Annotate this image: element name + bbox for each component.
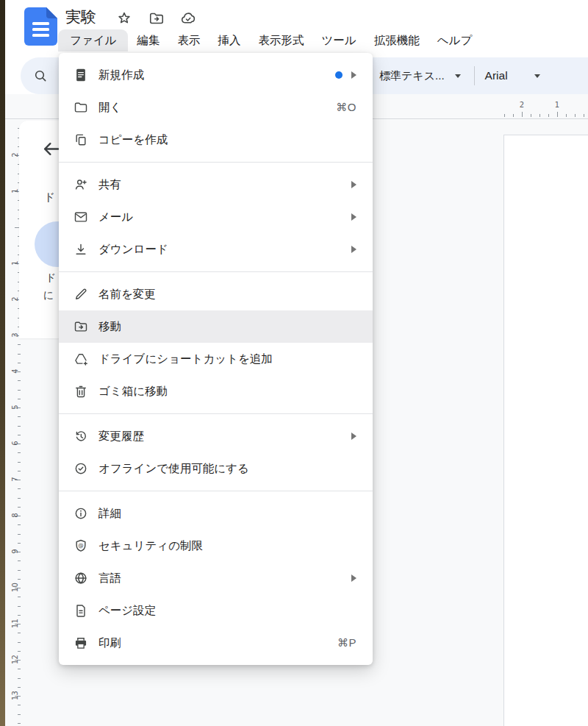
ruler-tick [18, 570, 21, 571]
menu-item-version-history[interactable]: 変更履歴 [59, 420, 373, 452]
ruler-tick [18, 723, 21, 724]
document-title[interactable]: 実験 [65, 7, 96, 27]
paragraph-style-dropdown[interactable]: 標準テキス... [379, 69, 445, 83]
ruler-tick [18, 560, 21, 561]
print-icon [74, 636, 88, 650]
menubar-item-help[interactable]: ヘルプ [429, 29, 481, 51]
google-docs-logo[interactable] [24, 7, 57, 46]
copy-icon [74, 132, 88, 147]
ruler-tick [18, 687, 21, 688]
shield-at-icon: @ [74, 538, 88, 553]
ruler-number: 10 [11, 581, 19, 594]
menu-item-label: 言語 [98, 571, 121, 586]
ruler-tick [18, 498, 21, 499]
ruler-tick [504, 114, 505, 118]
toolbar-divider [474, 66, 475, 85]
menu-item-add-shortcut-to-drive[interactable]: ドライブにショートカットを追加 [59, 343, 373, 375]
menu-item-email[interactable]: メール [59, 201, 373, 233]
menu-item-label: ドライブにショートカットを追加 [98, 352, 273, 367]
menu-item-label: ゴミ箱に移動 [98, 384, 168, 399]
ruler-number: 2 [11, 149, 19, 162]
ruler-number: 1 [11, 185, 19, 198]
menu-item-label: ダウンロード [98, 242, 168, 257]
menu-item-share[interactable]: 共有 [59, 168, 373, 201]
ruler-number: 12 [11, 653, 19, 666]
partial-text: ド [44, 191, 55, 204]
chevron-down-icon [455, 74, 461, 78]
menubar-item-tools[interactable]: ツール [312, 29, 365, 51]
menu-item-page-setup[interactable]: ページ設定 [59, 594, 373, 627]
search-icon[interactable] [33, 68, 48, 83]
menu-item-details[interactable]: 詳細 [59, 497, 373, 530]
ruler-number: 2 [517, 101, 527, 109]
ruler-number: 2 [11, 293, 19, 306]
menu-item-print[interactable]: 印刷⌘P [59, 627, 373, 659]
ruler-tick [18, 543, 21, 544]
menubar-item-view[interactable]: 表示 [168, 29, 209, 51]
download-icon [74, 242, 88, 257]
move-folder-icon[interactable] [148, 10, 165, 26]
menu-item-move-to-trash[interactable]: ゴミ箱に移動 [59, 375, 373, 408]
ruler-tick [18, 579, 21, 580]
ruler-number: 8 [11, 509, 19, 522]
ruler-number: 13 [11, 689, 19, 702]
ruler-tick [18, 507, 21, 508]
ruler-tick [18, 669, 21, 669]
ruler-number: 1 [11, 257, 19, 270]
star-icon[interactable] [116, 10, 132, 26]
back-arrow-icon[interactable] [41, 139, 61, 159]
menubar: ファイル編集表示挿入表示形式ツール拡張機能ヘルプ [58, 29, 481, 51]
menu-item-label: コピーを作成 [98, 132, 168, 148]
ruler-number: 11 [11, 617, 19, 630]
menubar-item-extensions[interactable]: 拡張機能 [365, 29, 429, 51]
ruler-tick [18, 452, 21, 453]
menu-item-download[interactable]: ダウンロード [59, 233, 373, 266]
font-dropdown[interactable]: Arial [485, 69, 508, 82]
ruler-tick [18, 705, 21, 705]
menu-item-rename[interactable]: 名前を変更 [59, 278, 373, 310]
ruler-tick [18, 488, 21, 489]
menu-item-move[interactable]: 移動 [59, 310, 373, 343]
submenu-arrow-icon [351, 433, 356, 440]
menu-item-label: オフラインで使用可能にする [98, 461, 249, 477]
ruler-number: 5 [11, 401, 19, 414]
menu-item-make-available-offline[interactable]: オフラインで使用可能にする [59, 452, 373, 485]
partial-text: に [43, 289, 54, 302]
menu-divider [59, 491, 373, 491]
ruler-tick [18, 354, 21, 355]
ruler-tick [584, 114, 584, 118]
menu-item-label: メール [98, 210, 133, 225]
chevron-down-icon [534, 74, 540, 78]
ruler-tick [18, 380, 21, 381]
desktop-wallpaper-strip [0, 0, 5, 726]
ruler-tick [18, 597, 21, 597]
ruler-tick [513, 114, 514, 118]
menubar-item-edit[interactable]: 編集 [128, 29, 168, 51]
ruler-tick [18, 344, 21, 345]
menu-item-new[interactable]: 新規作成 [59, 59, 373, 91]
menubar-item-file[interactable]: ファイル [58, 29, 128, 51]
globe-icon [74, 571, 88, 586]
menubar-item-insert[interactable]: 挿入 [209, 29, 249, 51]
svg-text:@: @ [78, 542, 84, 549]
ruler-tick [557, 112, 558, 117]
offline-check-icon [74, 461, 88, 476]
new-doc-icon [74, 68, 88, 82]
ruler-tick [18, 642, 21, 643]
document-page[interactable] [503, 135, 588, 726]
menu-item-security-limitations[interactable]: @セキュリティの制限 [59, 530, 373, 562]
menu-item-language[interactable]: 言語 [59, 562, 373, 594]
menu-item-open[interactable]: 開く⌘O [59, 91, 373, 124]
cloud-saved-icon[interactable] [180, 10, 196, 26]
ruler-tick [18, 615, 21, 616]
menu-divider [59, 271, 373, 272]
ruler-tick [18, 633, 21, 633]
menu-item-label: 新規作成 [98, 68, 144, 83]
mail-icon [74, 210, 88, 224]
menu-item-make-copy[interactable]: コピーを作成 [59, 124, 373, 156]
ruler-tick [18, 606, 21, 607]
file-menu: 新規作成開く⌘Oコピーを作成共有メールダウンロード名前を変更移動ドライブにショー… [59, 53, 373, 665]
ruler-tick [18, 416, 21, 417]
menubar-item-format[interactable]: 表示形式 [249, 29, 312, 51]
ruler-number: 9 [11, 545, 19, 558]
